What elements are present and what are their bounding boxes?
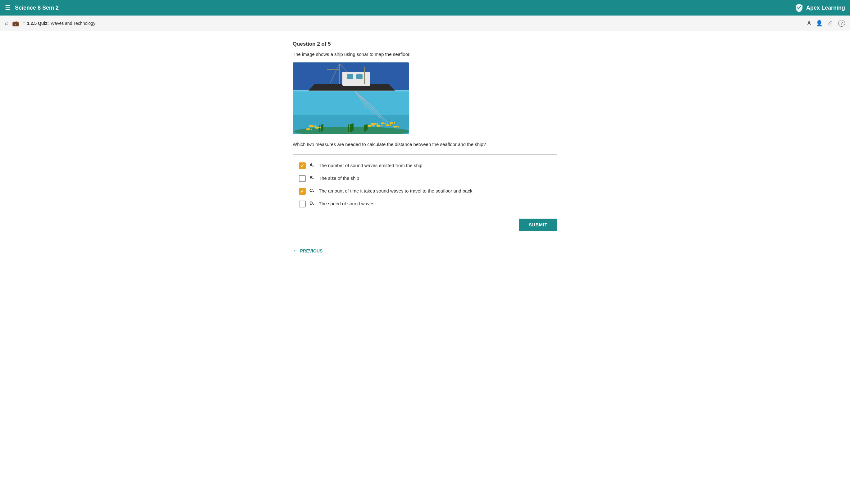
breadcrumb-label: 1.2.5 Quiz: <box>27 21 49 26</box>
help-icon[interactable]: ? <box>838 20 845 27</box>
previous-arrow-icon: ← <box>293 248 298 254</box>
svg-rect-40 <box>364 67 365 84</box>
hamburger-menu-icon[interactable]: ☰ <box>5 4 11 12</box>
breadcrumb: ↑ 1.2.5 Quiz: Waves and Technology <box>23 20 95 26</box>
breadcrumb-title: Waves and Technology <box>51 21 95 26</box>
top-navigation: ☰ Science 8 Sem 2 Apex Learning <box>0 0 850 16</box>
svg-point-20 <box>376 125 380 127</box>
course-title: Science 8 Sem 2 <box>15 5 59 11</box>
breadcrumb-upload-icon: ↑ <box>23 20 25 26</box>
svg-rect-6 <box>319 125 320 132</box>
svg-point-22 <box>368 125 372 127</box>
question-description: The image shows a ship using sonar to ma… <box>293 52 557 57</box>
answer-letter-a: A. <box>309 162 315 167</box>
options-divider <box>293 154 557 155</box>
sonar-illustration <box>293 62 409 134</box>
svg-point-26 <box>386 124 389 126</box>
top-nav-left: ☰ Science 8 Sem 2 <box>5 4 59 12</box>
question-body-suffix: measures are needed to calculate the dis… <box>314 142 486 147</box>
svg-rect-8 <box>352 123 354 131</box>
svg-rect-41 <box>293 90 409 91</box>
answer-letter-d: D. <box>309 200 315 205</box>
svg-point-30 <box>393 126 397 128</box>
svg-point-16 <box>306 128 311 130</box>
secondary-nav-right: A 👤 🖨 ? <box>807 20 845 27</box>
main-content: Question 2 of 5 The image shows a ship u… <box>285 31 565 241</box>
previous-link[interactable]: ← PREVIOUS <box>293 248 557 254</box>
answer-text-d: The speed of sound waves <box>319 200 374 208</box>
translate-icon[interactable]: A <box>807 20 811 26</box>
question-body-prefix: Which <box>293 142 307 147</box>
svg-point-28 <box>390 122 393 124</box>
checkbox-d[interactable] <box>299 201 306 208</box>
answer-letter-c: C. <box>309 187 315 193</box>
checkbox-b[interactable] <box>299 175 306 182</box>
answer-text-b: The size of the ship <box>319 175 359 182</box>
svg-point-18 <box>371 123 376 125</box>
answer-text-c: The amount of time it takes sound waves … <box>319 187 472 195</box>
svg-rect-33 <box>342 72 370 86</box>
answer-option-d[interactable]: D. The speed of sound waves <box>299 200 557 208</box>
svg-rect-7 <box>350 124 352 132</box>
svg-rect-37 <box>327 69 340 70</box>
svg-point-14 <box>315 127 319 129</box>
question-body-italic: two <box>307 142 314 147</box>
answer-text-a: The number of sound waves emitted from t… <box>319 162 423 169</box>
secondary-nav-left: ⌂ 💼 ↑ 1.2.5 Quiz: Waves and Technology <box>5 20 95 27</box>
answer-letter-b: B. <box>309 175 315 180</box>
print-icon[interactable]: 🖨 <box>828 20 833 26</box>
svg-rect-5 <box>322 124 323 131</box>
svg-point-24 <box>381 122 385 124</box>
secondary-navigation: ⌂ 💼 ↑ 1.2.5 Quiz: Waves and Technology A… <box>0 16 850 31</box>
previous-label: PREVIOUS <box>300 248 322 253</box>
briefcase-icon[interactable]: 💼 <box>12 20 19 27</box>
submit-button[interactable]: SUBMIT <box>519 219 557 231</box>
apex-logo-text: Apex Learning <box>806 5 845 11</box>
apex-shield-icon <box>794 3 804 13</box>
svg-rect-35 <box>356 74 362 79</box>
top-nav-right: Apex Learning <box>794 3 845 13</box>
svg-rect-11 <box>366 124 368 130</box>
svg-rect-34 <box>347 74 353 79</box>
submit-area: SUBMIT <box>293 219 557 231</box>
svg-rect-36 <box>339 64 340 84</box>
svg-point-12 <box>309 125 314 127</box>
user-icon[interactable]: 👤 <box>816 20 823 27</box>
footer-navigation: ← PREVIOUS <box>285 241 565 260</box>
apex-learning-logo: Apex Learning <box>794 3 845 13</box>
question-number: Question 2 of 5 <box>293 41 557 47</box>
answer-option-b[interactable]: B. The size of the ship <box>299 175 557 182</box>
svg-rect-9 <box>348 125 349 132</box>
question-body: Which two measures are needed to calcula… <box>293 141 557 148</box>
svg-rect-10 <box>364 125 366 132</box>
home-icon[interactable]: ⌂ <box>5 20 8 26</box>
checkbox-c[interactable] <box>299 188 306 195</box>
sonar-image <box>293 62 409 134</box>
checkbox-a[interactable] <box>299 162 306 169</box>
answer-option-a[interactable]: A. The number of sound waves emitted fro… <box>299 162 557 169</box>
answer-option-c[interactable]: C. The amount of time it takes sound wav… <box>299 187 557 195</box>
answer-options-list: A. The number of sound waves emitted fro… <box>299 162 557 208</box>
